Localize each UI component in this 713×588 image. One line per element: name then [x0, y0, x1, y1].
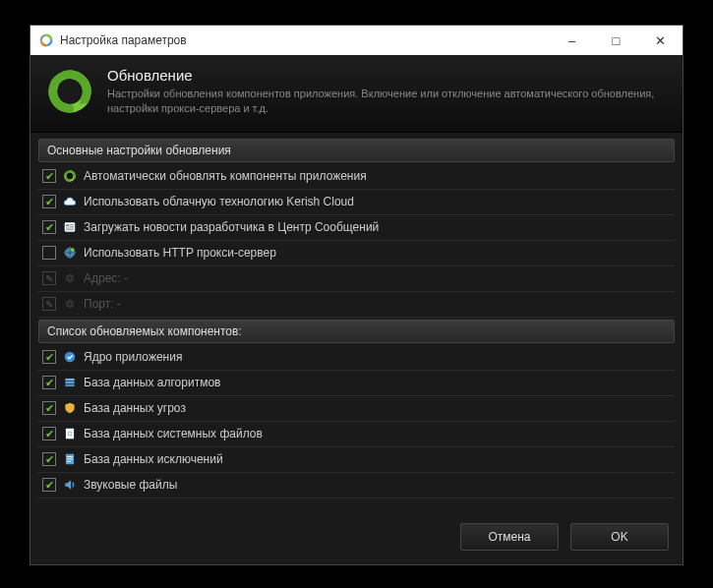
checkbox-auto-update[interactable]	[42, 169, 56, 183]
component-sounds[interactable]: Звуковые файлы	[38, 473, 675, 499]
checkbox-threats[interactable]	[42, 401, 56, 415]
component-label: База данных исключений	[84, 452, 223, 466]
svg-point-18	[65, 352, 76, 363]
option-label: Автоматически обновлять компоненты прило…	[84, 169, 367, 183]
svg-rect-21	[65, 384, 74, 386]
component-core[interactable]: Ядро приложения	[38, 345, 675, 371]
option-news[interactable]: Загружать новости разработчика в Центр С…	[38, 215, 675, 241]
checkbox-cloud[interactable]	[42, 195, 56, 208]
svg-rect-8	[70, 224, 74, 225]
file-icon	[62, 451, 78, 467]
option-cloud[interactable]: Использовать облачную технологию Kerish …	[38, 190, 675, 215]
core-icon	[62, 349, 78, 365]
svg-rect-6	[66, 228, 74, 229]
component-label: База данных угроз	[84, 401, 186, 415]
edit-icon[interactable]	[42, 271, 56, 285]
svg-rect-28	[67, 459, 73, 460]
page-header: Обновление Настройки обновления компонен…	[30, 55, 683, 133]
sysfile-icon	[62, 426, 78, 441]
content-area: Основные настройки обновления Автоматиче…	[30, 133, 683, 511]
svg-rect-19	[65, 379, 74, 381]
svg-rect-25	[68, 434, 73, 435]
checkbox-news[interactable]	[42, 220, 56, 234]
app-icon	[38, 32, 54, 48]
refresh-icon	[46, 68, 93, 115]
footer: Отмена OK	[30, 511, 683, 564]
checkbox-sysfiles[interactable]	[42, 427, 56, 441]
refresh-small-icon	[62, 168, 78, 184]
page-title: Обновление	[107, 67, 667, 84]
cancel-button[interactable]: Отмена	[460, 523, 559, 551]
component-label: База данных алгоритмов	[84, 376, 220, 389]
checkbox-core[interactable]	[42, 350, 56, 364]
checkbox-sounds[interactable]	[42, 478, 56, 492]
cloud-icon	[62, 194, 78, 209]
svg-rect-29	[67, 461, 71, 462]
news-icon	[62, 219, 78, 235]
titlebar: Настройка параметров – □ ✕	[30, 26, 683, 55]
globe-icon	[62, 245, 78, 261]
component-sysfiles[interactable]: База данных системных файлов	[38, 422, 675, 447]
edit-icon[interactable]	[42, 297, 56, 311]
component-label: Звуковые файлы	[84, 478, 177, 492]
svg-point-13	[71, 249, 75, 253]
svg-rect-9	[70, 226, 74, 227]
option-label: Загружать новости разработчика в Центр С…	[84, 220, 379, 234]
window-title: Настройка параметров	[60, 33, 187, 47]
server-icon	[62, 270, 78, 286]
close-button[interactable]: ✕	[638, 26, 683, 55]
checkbox-proxy[interactable]	[42, 246, 56, 260]
component-exclusions[interactable]: База данных исключений	[38, 447, 675, 473]
speaker-icon	[62, 477, 78, 493]
svg-rect-4	[65, 223, 76, 232]
header-text: Обновление Настройки обновления компонен…	[107, 67, 667, 116]
checkbox-exclusions[interactable]	[42, 452, 56, 466]
proxy-address-label: Адрес: -	[84, 271, 128, 285]
svg-rect-7	[66, 230, 74, 231]
section-components: Список обновляемых компонентов:	[38, 320, 675, 343]
minimize-button[interactable]: –	[550, 26, 594, 55]
proxy-port-row: Порт: -	[38, 292, 675, 318]
checkbox-algo[interactable]	[42, 376, 56, 389]
shield-icon	[62, 400, 78, 416]
component-threats[interactable]: База данных угроз	[38, 396, 675, 422]
svg-rect-5	[66, 224, 70, 226]
proxy-address-row: Адрес: -	[38, 266, 675, 292]
ok-button[interactable]: OK	[570, 523, 669, 551]
port-icon	[62, 296, 78, 312]
section-main-settings: Основные настройки обновления	[38, 139, 675, 162]
option-label: Использовать HTTP прокси-сервер	[84, 246, 276, 260]
svg-rect-20	[65, 382, 74, 383]
maximize-button[interactable]: □	[594, 26, 638, 55]
settings-window: Настройка параметров – □ ✕ Обновление На…	[30, 25, 683, 565]
svg-point-3	[67, 173, 73, 179]
database-icon	[62, 375, 78, 390]
svg-point-17	[68, 302, 72, 306]
page-subtitle: Настройки обновления компонентов приложе…	[107, 87, 667, 116]
svg-point-15	[68, 276, 72, 280]
proxy-port-label: Порт: -	[84, 297, 121, 311]
option-proxy[interactable]: Использовать HTTP прокси-сервер	[38, 241, 675, 266]
option-label: Использовать облачную технологию Kerish …	[84, 195, 354, 208]
svg-rect-27	[67, 456, 73, 457]
component-label: Ядро приложения	[84, 350, 182, 364]
component-algorithms[interactable]: База данных алгоритмов	[38, 371, 675, 396]
option-auto-update[interactable]: Автоматически обновлять компоненты прило…	[38, 164, 675, 190]
component-label: База данных системных файлов	[84, 427, 263, 441]
